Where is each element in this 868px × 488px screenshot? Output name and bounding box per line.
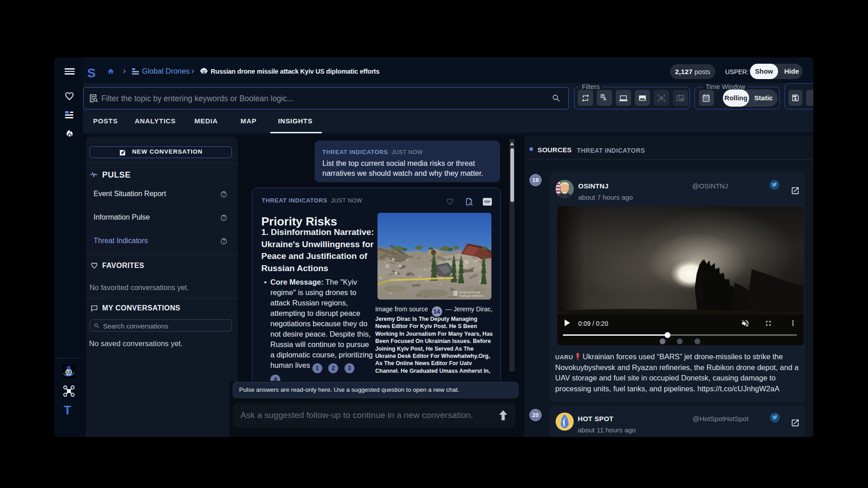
svg-text:ПОЛІЦІЯ УКРАЇНИ: ПОЛІЦІЯ УКРАЇНИ: [459, 295, 483, 297]
svg-text:НАЦІОНАЛЬНА: НАЦІОНАЛЬНА: [459, 291, 480, 294]
